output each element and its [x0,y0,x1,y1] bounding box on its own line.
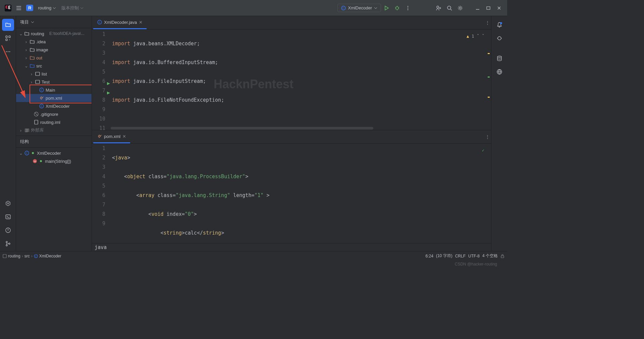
left-tool-rail [0,16,16,251]
inspection-widget[interactable]: ▲1 ˆ ˇ [467,32,484,41]
structure-header[interactable]: 结构 [16,136,92,148]
app-icon[interactable] [3,3,13,13]
svg-rect-30 [35,120,38,124]
svg-point-8 [447,6,451,9]
sidebar-header[interactable]: 项目 [16,16,92,28]
window-minimize-icon[interactable] [472,3,483,13]
editor-more-icon[interactable]: ⋮ [485,20,490,25]
svg-point-16 [7,51,8,52]
editor-more-icon[interactable]: ⋮ [485,134,490,139]
window-close-icon[interactable] [494,3,504,13]
services-tool-icon[interactable] [2,197,14,209]
structure-tree[interactable]: ⌄CXmlDecoder mmain(String[]) [16,148,92,166]
warning-icon: ▲ [467,32,469,41]
tree-image[interactable]: ›image [16,46,92,54]
indent[interactable]: 4 个空格 [482,253,498,259]
java-code[interactable]: 12345 6▶ 7▶ 89101112 import java.beans.X… [92,30,491,130]
hscroll[interactable] [111,127,486,130]
svg-point-14 [9,40,10,40]
web-tool-icon[interactable] [493,66,505,78]
problems-tool-icon[interactable] [2,224,14,236]
terminal-tool-icon[interactable] [2,211,14,223]
svg-rect-45 [501,256,504,258]
tree-root[interactable]: ⌄routing E:\tool\IDEA-java\... [16,30,92,38]
xml-code[interactable]: 12345 6789 <java> <object class="java.la… [92,144,491,243]
more-tool-icon[interactable] [2,46,14,58]
tree-gitignore[interactable]: .gitignore [16,110,92,118]
tab-label: pom.xml [104,134,120,139]
git-tool-icon[interactable] [2,238,14,250]
search-icon[interactable] [444,3,455,13]
settings-icon[interactable] [455,3,466,13]
structure-breadcrumb[interactable]: java [92,243,491,251]
char-count: (10 字符) [436,253,452,259]
svg-rect-42 [3,254,6,258]
lock-icon[interactable] [500,254,504,258]
debug-button[interactable] [392,3,402,13]
svg-point-3 [396,7,398,9]
line-ending[interactable]: CRLF [455,254,466,258]
prev-highlight-icon[interactable]: ˆ [477,32,479,41]
struct-main[interactable]: mmain(String[]) [16,157,92,165]
svg-point-6 [408,9,409,10]
editor-tabs-top: C XmlDecoder.java ✕ ⋮ [92,16,491,30]
tab-pom[interactable]: pom.xml ✕ [93,130,130,143]
tab-label: XmlDecoder.java [104,20,137,25]
svg-point-7 [437,6,439,8]
run-button[interactable] [381,3,392,13]
svg-text:m: m [34,160,36,163]
svg-rect-24 [36,80,40,84]
java-editor-pane: C XmlDecoder.java ✕ ⋮ 12345 6▶ 7▶ 891011… [92,16,491,130]
tree-xmldecoder[interactable]: CXmlDecoder [16,102,92,110]
svg-text:C: C [41,105,43,108]
svg-point-20 [6,241,7,243]
xml-editor-pane: pom.xml ✕ ⋮ 12345 6789 <java> <object cl… [92,130,491,251]
svg-rect-10 [487,7,490,9]
window-maximize-icon[interactable] [483,3,494,13]
vcs-dropdown[interactable]: 版本控制 [59,4,86,12]
svg-point-15 [6,51,7,52]
chevron-down-icon [31,20,34,24]
svg-point-17 [9,51,10,52]
breadcrumb[interactable]: routing› src› C XmlDecoder [3,254,61,258]
tree-out[interactable]: ›out [16,54,92,62]
structure-tool-icon[interactable] [2,32,14,44]
hamburger-icon[interactable] [13,3,24,13]
marker-bar[interactable] [487,30,490,130]
tree-test[interactable]: ›Test [16,78,92,86]
ai-assistant-icon[interactable] [493,32,505,44]
svg-point-5 [408,7,409,8]
code-with-me-icon[interactable] [433,3,444,13]
more-actions-icon[interactable] [402,3,413,13]
tree-external-libs[interactable]: ›外部库 [16,126,92,134]
tab-xmldecoder[interactable]: C XmlDecoder.java ✕ [93,16,147,29]
editor-area: C XmlDecoder.java ✕ ⋮ 12345 6▶ 7▶ 891011… [92,16,491,251]
encoding[interactable]: UTF-8 [468,254,480,258]
tree-iml[interactable]: routing.iml [16,118,92,126]
project-chip: R [26,5,33,11]
tree-src[interactable]: ⌄src [16,62,92,70]
csdn-watermark: CSDN @hacker-routing [455,262,497,267]
tree-pom[interactable]: pom.xml [16,94,92,102]
tree-main[interactable]: CMain [16,86,92,94]
close-icon[interactable]: ✕ [139,20,143,25]
sidebar-title: 项目 [20,19,29,25]
caret-position[interactable]: 6:24 [426,254,433,258]
inspection-ok[interactable]: ✓ [482,146,484,155]
project-tool-icon[interactable] [2,19,14,31]
check-icon: ✓ [482,146,484,155]
project-dropdown[interactable]: routing [35,4,59,12]
run-config-selector[interactable]: C XmlDecoder [337,4,381,12]
tree-idea[interactable]: ›.idea [16,38,92,46]
database-tool-icon[interactable] [493,52,505,64]
project-tree[interactable]: ⌄routing E:\tool\IDEA-java\... ›.idea ›i… [16,28,92,136]
notifications-icon[interactable] [493,19,505,31]
svg-text:C: C [41,89,43,92]
next-highlight-icon[interactable]: ˇ [482,32,484,41]
close-icon[interactable]: ✕ [122,134,126,139]
xml-icon [97,134,102,139]
svg-point-4 [408,6,409,7]
struct-class[interactable]: ⌄CXmlDecoder [16,149,92,157]
svg-text:C: C [99,21,101,24]
tree-list[interactable]: ›list [16,70,92,78]
